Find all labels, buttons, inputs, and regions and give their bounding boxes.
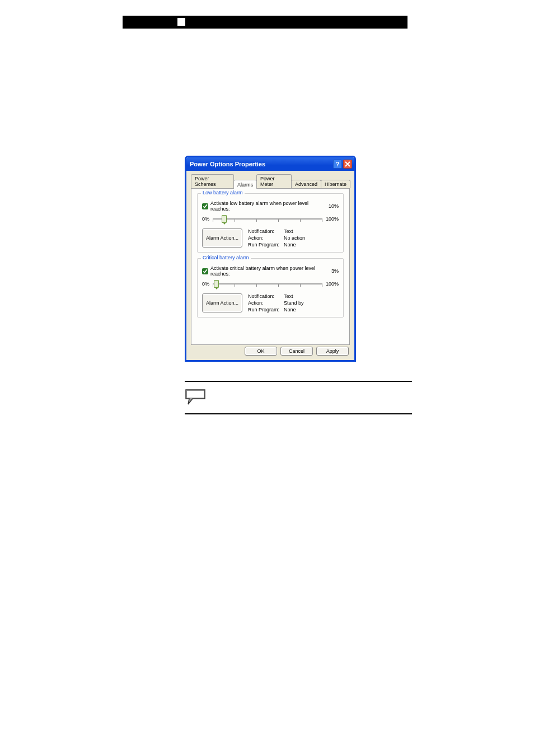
critical-percent: 3% <box>331 268 339 274</box>
cancel-button[interactable]: Cancel <box>280 347 313 356</box>
critical-run-value: None <box>284 307 304 312</box>
low-alarm-action-button[interactable]: Alarm Action... <box>202 228 242 248</box>
close-button[interactable] <box>343 160 352 169</box>
tab-panel-alarms: Low battery alarm Activate low battery a… <box>191 188 350 345</box>
critical-slider-thumb[interactable] <box>214 280 219 288</box>
low-activate-checkbox[interactable] <box>202 203 208 209</box>
low-percent: 10% <box>329 203 339 209</box>
help-button[interactable]: ? <box>333 160 342 169</box>
low-slider-min: 0% <box>202 216 209 222</box>
low-run-value: None <box>284 242 305 248</box>
kv-label: Run Program: <box>248 242 284 248</box>
speech-bubble-icon <box>185 389 207 403</box>
critical-slider[interactable] <box>213 280 322 288</box>
titlebar[interactable]: Power Options Properties ? <box>186 157 354 171</box>
critical-slider-min: 0% <box>202 281 209 287</box>
critical-notification-value: Text <box>284 293 304 299</box>
tab-hibernate[interactable]: Hibernate <box>321 180 350 188</box>
low-activate-label: Activate low battery alarm when power le… <box>210 200 329 212</box>
kv-label: Run Program: <box>248 307 284 312</box>
tab-power-schemes[interactable]: Power Schemes <box>191 174 234 188</box>
low-action-value: No action <box>284 235 305 241</box>
critical-battery-group: Critical battery alarm Activate critical… <box>197 258 344 318</box>
critical-activate-checkbox[interactable] <box>202 268 208 274</box>
kv-label: Notification: <box>248 293 284 299</box>
low-battery-group: Low battery alarm Activate low battery a… <box>197 193 344 253</box>
dialog-title: Power Options Properties <box>189 161 265 167</box>
power-options-dialog: Power Options Properties ? Power Schemes… <box>185 156 356 362</box>
low-kv: Notification:Text Action:No action Run P… <box>248 228 305 248</box>
critical-activate-label: Activate critical battery alarm when pow… <box>210 265 331 277</box>
critical-group-title: Critical battery alarm <box>201 255 251 260</box>
tab-power-meter[interactable]: Power Meter <box>256 174 292 188</box>
apply-button[interactable]: Apply <box>316 347 349 356</box>
low-slider-thumb[interactable] <box>222 215 227 223</box>
note-rule-bottom <box>185 413 412 414</box>
header-marker <box>177 18 185 26</box>
low-slider[interactable] <box>213 215 322 223</box>
kv-label: Notification: <box>248 228 284 234</box>
page-header-bar <box>123 16 407 29</box>
tab-row: Power Schemes Alarms Power Meter Advance… <box>186 171 354 188</box>
critical-alarm-action-button[interactable]: Alarm Action... <box>202 293 242 312</box>
tab-alarms[interactable]: Alarms <box>233 180 257 189</box>
low-slider-max: 100% <box>326 216 339 222</box>
kv-label: Action: <box>248 235 284 241</box>
dialog-footer: OK Cancel Apply <box>245 347 349 356</box>
note-box <box>185 381 412 414</box>
ok-button[interactable]: OK <box>245 347 277 356</box>
low-notification-value: Text <box>284 228 305 234</box>
low-group-title: Low battery alarm <box>201 190 245 195</box>
critical-action-value: Stand by <box>284 300 304 306</box>
kv-label: Action: <box>248 300 284 306</box>
tab-advanced[interactable]: Advanced <box>291 180 321 188</box>
critical-slider-max: 100% <box>326 281 339 287</box>
svg-rect-0 <box>187 391 204 398</box>
critical-kv: Notification:Text Action:Stand by Run Pr… <box>248 293 304 312</box>
